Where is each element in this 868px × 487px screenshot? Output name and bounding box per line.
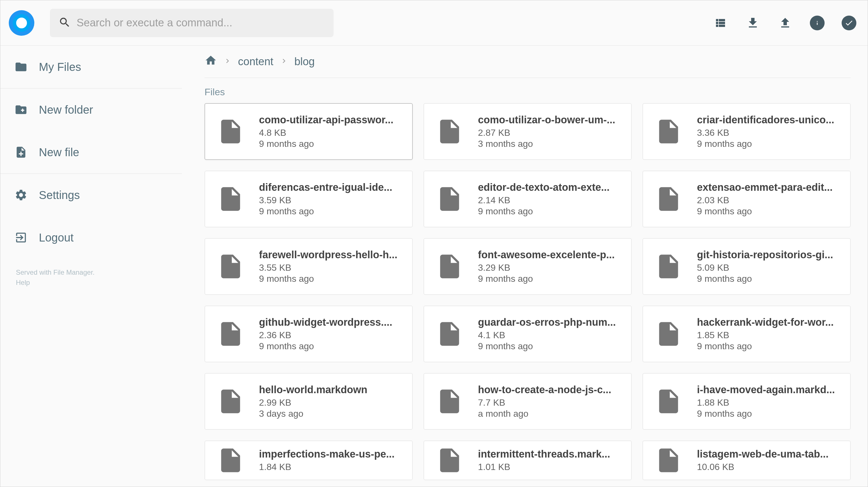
file-size: 10.06 KB — [697, 462, 839, 472]
file-name: como-utilizar-o-bower-um-... — [478, 114, 620, 126]
sidebar-footer: Served with File Manager. Help — [0, 259, 182, 296]
file-name: hello-world.markdown — [259, 384, 401, 396]
file-icon — [216, 442, 245, 479]
file-card[interactable]: guardar-os-erros-php-num...4.1 KB9 month… — [424, 305, 632, 362]
sidebar-item-label: New folder — [39, 103, 93, 116]
file-grid: como-utilizar-api-passwor...4.8 KB9 mont… — [205, 103, 851, 480]
file-size: 1.88 KB — [697, 397, 839, 408]
file-icon — [654, 442, 683, 479]
file-icon — [216, 248, 245, 285]
sidebar-item-label: Settings — [39, 189, 80, 201]
file-age: 9 months ago — [697, 341, 839, 352]
file-name: intermittent-threads.mark... — [478, 448, 620, 460]
file-card[interactable]: how-to-create-a-node-js-c...7.7 KBa mont… — [424, 373, 632, 430]
file-name: git-historia-repositorios-gi... — [697, 249, 839, 261]
file-icon — [654, 383, 683, 420]
upload-button[interactable] — [777, 15, 793, 31]
file-age: 3 days ago — [259, 409, 401, 419]
sidebar-item-label: My Files — [39, 61, 81, 73]
file-size: 2.14 KB — [478, 195, 620, 205]
sidebar-item-my-files[interactable]: My Files — [0, 46, 182, 88]
file-card[interactable]: hello-world.markdown2.99 KB3 days ago — [205, 373, 413, 430]
folder-icon — [14, 60, 28, 73]
file-card[interactable]: editor-de-texto-atom-exte...2.14 KB9 mon… — [424, 171, 632, 227]
app-logo[interactable] — [9, 10, 34, 36]
section-label: Files — [205, 87, 851, 98]
home-icon[interactable] — [205, 54, 217, 69]
file-name: extensao-emmet-para-edit... — [697, 182, 839, 193]
sidebar-item-settings[interactable]: Settings — [0, 174, 182, 216]
file-age: 9 months ago — [697, 139, 839, 149]
file-icon — [435, 316, 464, 352]
file-age: 9 months ago — [697, 273, 839, 284]
file-icon — [654, 248, 683, 285]
file-card[interactable]: i-have-moved-again.markd...1.88 KB9 mont… — [643, 373, 851, 430]
file-size: 3.59 KB — [259, 195, 401, 205]
file-card[interactable]: extensao-emmet-para-edit...2.03 KB9 mont… — [643, 171, 851, 227]
file-size: 1.01 KB — [478, 462, 620, 472]
main-content: content blog Files como-utilizar-api-pas… — [182, 46, 868, 487]
view-list-button[interactable] — [713, 15, 728, 31]
file-age: 9 months ago — [259, 206, 401, 217]
file-name: github-widget-wordpress.... — [259, 316, 401, 328]
file-icon — [435, 113, 464, 150]
file-card[interactable]: como-utilizar-api-passwor...4.8 KB9 mont… — [205, 103, 413, 160]
file-icon — [654, 181, 683, 218]
file-size: 4.1 KB — [478, 330, 620, 340]
file-age: 3 months ago — [478, 139, 620, 149]
footer-help-link[interactable]: Help — [16, 278, 166, 288]
file-name: listagem-web-de-uma-tab... — [697, 448, 839, 460]
footer-served: Served with File Manager. — [16, 267, 166, 278]
file-card[interactable]: intermittent-threads.mark...1.01 KB — [424, 441, 632, 480]
file-name: diferencas-entre-igual-ide... — [259, 182, 401, 193]
file-icon — [216, 383, 245, 420]
file-size: 3.36 KB — [697, 128, 839, 138]
file-age: 9 months ago — [259, 139, 401, 149]
file-card[interactable]: github-widget-wordpress....2.36 KB9 mont… — [205, 305, 413, 362]
file-size: 3.29 KB — [478, 262, 620, 273]
breadcrumb-segment[interactable]: blog — [294, 56, 315, 68]
file-size: 7.7 KB — [478, 397, 620, 408]
file-icon — [435, 442, 464, 479]
sidebar-item-label: Logout — [39, 231, 73, 244]
file-card[interactable]: farewell-wordpress-hello-h...3.55 KB9 mo… — [205, 238, 413, 295]
file-card[interactable]: como-utilizar-o-bower-um-...2.87 KB3 mon… — [424, 103, 632, 160]
search-bar[interactable] — [50, 9, 334, 37]
chevron-right-icon — [280, 56, 288, 68]
file-card[interactable]: font-awesome-excelente-p...3.29 KB9 mont… — [424, 238, 632, 295]
file-icon — [216, 113, 245, 150]
file-size: 2.36 KB — [259, 330, 401, 340]
file-icon — [435, 181, 464, 218]
file-size: 2.87 KB — [478, 128, 620, 138]
logout-icon — [14, 231, 28, 244]
sidebar-item-label: New file — [39, 146, 79, 159]
file-card[interactable]: hackerrank-widget-for-wor...1.85 KB9 mon… — [643, 305, 851, 362]
file-card[interactable]: git-historia-repositorios-gi...5.09 KB9 … — [643, 238, 851, 295]
breadcrumb-segment[interactable]: content — [238, 56, 274, 68]
file-size: 5.09 KB — [697, 262, 839, 273]
info-button[interactable] — [810, 15, 825, 30]
file-card[interactable]: listagem-web-de-uma-tab...10.06 KB — [643, 441, 851, 480]
search-icon — [58, 16, 71, 30]
file-size: 4.8 KB — [259, 128, 401, 138]
chevron-right-icon — [223, 56, 232, 68]
file-card[interactable]: diferencas-entre-igual-ide...3.59 KB9 mo… — [205, 171, 413, 227]
new-file-icon — [14, 146, 28, 159]
sidebar-item-new-file[interactable]: New file — [0, 131, 182, 173]
file-icon — [435, 248, 464, 285]
file-icon — [216, 181, 245, 218]
file-size: 2.99 KB — [259, 397, 401, 408]
download-button[interactable] — [745, 15, 761, 31]
sidebar-item-new-folder[interactable]: New folder — [0, 89, 182, 131]
file-card[interactable]: criar-identificadores-unico...3.36 KB9 m… — [643, 103, 851, 160]
file-age: 9 months ago — [478, 273, 620, 284]
search-input[interactable] — [76, 17, 325, 29]
sidebar-item-logout[interactable]: Logout — [0, 216, 182, 259]
file-icon — [435, 383, 464, 420]
file-age: 9 months ago — [259, 341, 401, 352]
file-icon — [216, 316, 245, 352]
file-name: criar-identificadores-unico... — [697, 114, 839, 126]
file-card[interactable]: imperfections-make-us-pe...1.84 KB — [205, 441, 413, 480]
header-actions — [713, 15, 856, 31]
select-all-button[interactable] — [842, 15, 856, 30]
